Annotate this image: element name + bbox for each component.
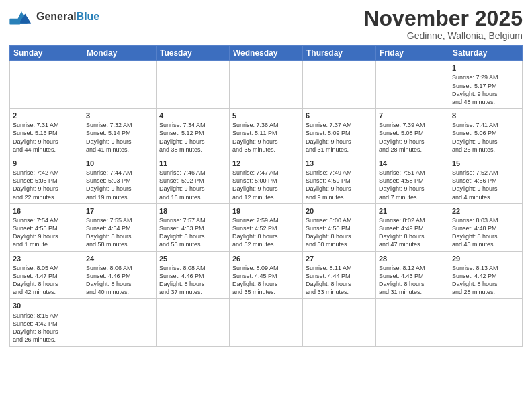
day-number: 21 [379, 206, 446, 216]
day-number: 28 [379, 254, 446, 263]
calendar-cell: 6Sunrise: 7:37 AM Sunset: 5:09 PM Daylig… [303, 109, 376, 156]
calendar-cell [230, 299, 303, 347]
day-number: 9 [13, 158, 80, 168]
day-info: Sunrise: 7:57 AM Sunset: 4:53 PM Dayligh… [159, 216, 226, 249]
calendar-cell: 5Sunrise: 7:36 AM Sunset: 5:11 PM Daylig… [230, 109, 303, 156]
calendar-cell [157, 61, 230, 109]
day-number: 26 [232, 254, 300, 263]
day-number: 27 [306, 254, 373, 263]
calendar-cell: 19Sunrise: 7:59 AM Sunset: 4:52 PM Dayli… [230, 203, 303, 251]
col-tuesday: Tuesday [157, 46, 230, 61]
logo: GeneralBlue [9, 7, 99, 27]
day-number: 16 [13, 206, 80, 216]
logo-text: GeneralBlue [36, 11, 99, 23]
day-info: Sunrise: 7:41 AM Sunset: 5:06 PM Dayligh… [452, 121, 519, 154]
calendar-cell: 3Sunrise: 7:32 AM Sunset: 5:14 PM Daylig… [83, 109, 157, 156]
day-number: 30 [13, 301, 80, 310]
day-info: Sunrise: 7:49 AM Sunset: 4:59 PM Dayligh… [306, 169, 373, 201]
day-info: Sunrise: 7:47 AM Sunset: 5:00 PM Dayligh… [232, 169, 300, 201]
title-block: November 2025 Gedinne, Wallonia, Belgium [363, 7, 523, 41]
calendar-row: 2Sunrise: 7:31 AM Sunset: 5:16 PM Daylig… [10, 109, 523, 156]
day-number: 17 [86, 206, 153, 216]
day-info: Sunrise: 8:00 AM Sunset: 4:50 PM Dayligh… [306, 216, 373, 249]
day-info: Sunrise: 7:31 AM Sunset: 5:16 PM Dayligh… [13, 121, 80, 154]
day-number: 13 [306, 158, 373, 168]
calendar-cell: 25Sunrise: 8:08 AM Sunset: 4:46 PM Dayli… [157, 251, 230, 299]
calendar-cell [83, 299, 157, 347]
header: GeneralBlue November 2025 Gedinne, Wallo… [9, 7, 523, 41]
calendar-cell: 8Sunrise: 7:41 AM Sunset: 5:06 PM Daylig… [449, 109, 523, 156]
calendar-cell: 17Sunrise: 7:55 AM Sunset: 4:54 PM Dayli… [83, 203, 157, 251]
col-friday: Friday [376, 46, 449, 61]
day-number: 8 [452, 111, 519, 120]
calendar-cell: 1Sunrise: 7:29 AM Sunset: 5:17 PM Daylig… [449, 61, 523, 109]
calendar-cell: 2Sunrise: 7:31 AM Sunset: 5:16 PM Daylig… [10, 109, 83, 156]
day-number: 6 [306, 111, 373, 120]
day-number: 20 [306, 206, 373, 216]
col-monday: Monday [83, 46, 157, 61]
calendar-cell: 28Sunrise: 8:12 AM Sunset: 4:43 PM Dayli… [376, 251, 449, 299]
day-number: 3 [86, 111, 153, 120]
day-info: Sunrise: 8:09 AM Sunset: 4:45 PM Dayligh… [232, 264, 300, 297]
calendar-cell [230, 61, 303, 109]
logo-general: General [36, 11, 77, 22]
calendar-cell [157, 299, 230, 347]
col-thursday: Thursday [303, 46, 376, 61]
day-info: Sunrise: 7:34 AM Sunset: 5:12 PM Dayligh… [159, 121, 226, 154]
calendar-page: GeneralBlue November 2025 Gedinne, Wallo… [0, 0, 532, 411]
month-title: November 2025 [363, 7, 523, 30]
day-info: Sunrise: 8:11 AM Sunset: 4:44 PM Dayligh… [306, 264, 373, 297]
day-info: Sunrise: 7:59 AM Sunset: 4:52 PM Dayligh… [232, 216, 300, 249]
calendar-cell: 30Sunrise: 8:15 AM Sunset: 4:42 PM Dayli… [10, 299, 83, 347]
day-info: Sunrise: 8:12 AM Sunset: 4:43 PM Dayligh… [379, 264, 446, 297]
day-info: Sunrise: 7:39 AM Sunset: 5:08 PM Dayligh… [379, 121, 446, 154]
calendar-cell: 22Sunrise: 8:03 AM Sunset: 4:48 PM Dayli… [449, 203, 523, 251]
calendar-cell: 11Sunrise: 7:46 AM Sunset: 5:02 PM Dayli… [157, 156, 230, 203]
day-info: Sunrise: 7:52 AM Sunset: 4:56 PM Dayligh… [452, 169, 519, 201]
day-number: 19 [232, 206, 300, 216]
calendar-cell: 21Sunrise: 8:02 AM Sunset: 4:49 PM Dayli… [376, 203, 449, 251]
calendar-cell: 12Sunrise: 7:47 AM Sunset: 5:00 PM Dayli… [230, 156, 303, 203]
day-number: 10 [86, 158, 153, 168]
calendar-cell: 15Sunrise: 7:52 AM Sunset: 4:56 PM Dayli… [449, 156, 523, 203]
location-subtitle: Gedinne, Wallonia, Belgium [363, 30, 523, 41]
calendar-row: 16Sunrise: 7:54 AM Sunset: 4:55 PM Dayli… [10, 203, 523, 251]
day-info: Sunrise: 7:32 AM Sunset: 5:14 PM Dayligh… [86, 121, 153, 154]
day-number: 12 [232, 158, 300, 168]
calendar-table: Sunday Monday Tuesday Wednesday Thursday… [9, 45, 523, 347]
calendar-cell: 20Sunrise: 8:00 AM Sunset: 4:50 PM Dayli… [303, 203, 376, 251]
day-number: 2 [13, 111, 80, 120]
calendar-cell: 23Sunrise: 8:05 AM Sunset: 4:47 PM Dayli… [10, 251, 83, 299]
calendar-cell [10, 61, 83, 109]
calendar-cell: 4Sunrise: 7:34 AM Sunset: 5:12 PM Daylig… [157, 109, 230, 156]
calendar-cell [376, 61, 449, 109]
calendar-cell: 18Sunrise: 7:57 AM Sunset: 4:53 PM Dayli… [157, 203, 230, 251]
calendar-row: 23Sunrise: 8:05 AM Sunset: 4:47 PM Dayli… [10, 251, 523, 299]
day-info: Sunrise: 8:15 AM Sunset: 4:42 PM Dayligh… [13, 312, 80, 345]
day-number: 15 [452, 158, 519, 168]
day-number: 4 [159, 111, 226, 120]
day-number: 25 [159, 254, 226, 263]
calendar-cell [303, 299, 376, 347]
calendar-row: 30Sunrise: 8:15 AM Sunset: 4:42 PM Dayli… [10, 299, 523, 347]
calendar-cell [376, 299, 449, 347]
calendar-row: 9Sunrise: 7:42 AM Sunset: 5:05 PM Daylig… [10, 156, 523, 203]
day-info: Sunrise: 8:02 AM Sunset: 4:49 PM Dayligh… [379, 216, 446, 249]
col-saturday: Saturday [449, 46, 523, 61]
day-info: Sunrise: 7:42 AM Sunset: 5:05 PM Dayligh… [13, 169, 80, 201]
day-info: Sunrise: 7:37 AM Sunset: 5:09 PM Dayligh… [306, 121, 373, 154]
day-info: Sunrise: 8:05 AM Sunset: 4:47 PM Dayligh… [13, 264, 80, 297]
day-info: Sunrise: 8:08 AM Sunset: 4:46 PM Dayligh… [159, 264, 226, 297]
day-number: 24 [86, 254, 153, 263]
calendar-cell: 13Sunrise: 7:49 AM Sunset: 4:59 PM Dayli… [303, 156, 376, 203]
day-info: Sunrise: 7:55 AM Sunset: 4:54 PM Dayligh… [86, 216, 153, 249]
day-number: 29 [452, 254, 519, 263]
logo-icon [9, 7, 34, 27]
calendar-cell: 16Sunrise: 7:54 AM Sunset: 4:55 PM Dayli… [10, 203, 83, 251]
day-info: Sunrise: 7:36 AM Sunset: 5:11 PM Dayligh… [232, 121, 300, 154]
calendar-row: 1Sunrise: 7:29 AM Sunset: 5:17 PM Daylig… [10, 61, 523, 109]
calendar-cell: 26Sunrise: 8:09 AM Sunset: 4:45 PM Dayli… [230, 251, 303, 299]
logo-blue: Blue [77, 11, 100, 22]
calendar-cell: 29Sunrise: 8:13 AM Sunset: 4:42 PM Dayli… [449, 251, 523, 299]
day-info: Sunrise: 7:51 AM Sunset: 4:58 PM Dayligh… [379, 169, 446, 201]
